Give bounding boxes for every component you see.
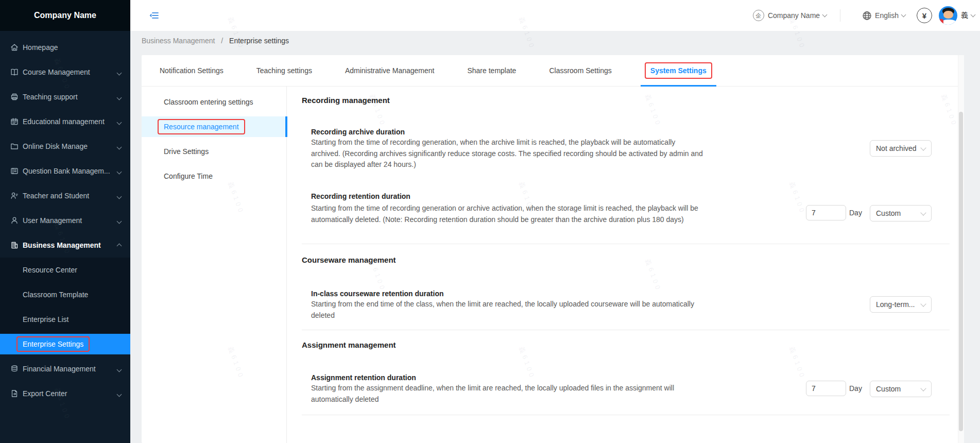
retention-unit-select[interactable]: Custom [870,205,932,222]
setting-description: Starting from the time of recording gene… [311,137,703,171]
section-heading-courseware: Courseware management [302,255,396,265]
breadcrumb-separator: / [221,37,223,45]
user-icon [10,216,19,225]
printer-icon [10,92,19,101]
assignment-unit-select[interactable]: Custom [870,381,932,397]
avatar[interactable] [939,6,957,25]
sidebar-item-online-disk-manage[interactable]: Online Disk Manage [0,134,130,159]
breadcrumb-current: Enterprise settings [229,37,289,45]
tab-administrative-management[interactable]: Administrative Management [345,55,435,86]
language-label: English [875,11,899,20]
chevron-down-icon [117,93,121,101]
company-switcher[interactable]: 企 Company Name [753,10,827,21]
globe-icon [862,11,872,21]
tab-classroom-settings[interactable]: Classroom Settings [549,55,611,86]
sidebar-item-label: Enterprise List [23,315,68,323]
sidebar-item-educational-management[interactable]: Educational management [0,109,130,134]
retention-days-input[interactable] [806,205,846,220]
subnav-drive-settings[interactable]: Drive Settings [142,141,287,162]
sidebar-item-label: Classroom Template [23,291,88,299]
sidebar-item-teaching-support[interactable]: Teaching support [0,84,130,109]
calendar-icon [10,117,19,126]
sidebar-item-teacher-and-student[interactable]: Teacher and Student [0,183,130,208]
folder-icon [10,142,19,151]
subnav-resource-management[interactable]: Resource management [142,116,287,137]
sidebar-item-label: Educational management [23,117,105,126]
sidebar-item-label: Export Center [23,389,67,398]
sidebar-item-resource-center[interactable]: Resource Center [0,258,130,282]
currency-icon[interactable]: ¥ [917,8,932,23]
book-icon [10,67,19,77]
business-management-submenu: Resource Center Classroom Template Enter… [0,258,130,354]
settings-panel: Recording management Recording archive d… [302,87,957,443]
tab-share-template[interactable]: Share template [467,55,516,86]
assignment-days-input[interactable] [806,381,846,396]
sidebar-item-export-center[interactable]: Export Center [0,381,130,406]
sidebar-item-course-management[interactable]: Course Management [0,60,130,84]
section-divider [302,415,950,415]
scrollbar-thumb[interactable] [959,112,963,431]
menu-fold-icon[interactable] [149,10,159,21]
chevron-down-icon [117,389,121,398]
sidebar-item-label: Teaching support [23,93,78,101]
chevron-down-icon [971,12,976,18]
chevron-down-icon [117,68,121,76]
chevron-down-icon [822,12,828,18]
subnav-configure-time[interactable]: Configure Time [142,166,287,186]
breadcrumb-parent[interactable]: Business Management [142,37,215,45]
chevron-down-icon [117,117,121,126]
breadcrumb: Business Management / Enterprise setting… [142,37,289,45]
sidebar-item-label-highlighted: Enterprise Settings [16,336,90,352]
sidebar-item-business-management[interactable]: Business Management [0,233,130,258]
building-icon [10,241,19,250]
user-name: 義 [961,11,968,20]
chevron-down-icon [117,167,121,175]
sidebar-company-logo: Company Name [0,0,130,31]
user-menu[interactable]: 義 [961,11,975,20]
content-card: Notification Settings Teaching settings … [142,55,964,443]
tab-notification-settings[interactable]: Notification Settings [160,55,223,86]
chevron-down-icon [117,192,121,200]
card-index-icon [10,166,19,176]
topbar: 企 Company Name English ¥ 義 [130,0,980,31]
tab-bar: Notification Settings Teaching settings … [142,55,964,87]
chevron-down-icon [117,142,121,150]
enterprise-icon: 企 [753,10,764,21]
sidebar-item-question-bank-management[interactable]: Question Bank Managem... [0,159,130,183]
sidebar-item-label: Course Management [23,68,90,76]
person-check-icon [10,191,19,200]
setting-title-courseware-retention: In-class courseware retention duration [311,288,444,299]
setting-title-archive-duration: Recording archive duration [311,127,405,137]
company-switcher-label: Company Name [768,11,820,20]
courseware-duration-select[interactable]: Long-term... [870,296,932,313]
setting-title-retention-duration: Recording retention duration [311,191,410,201]
section-heading-assignment: Assignment management [302,340,396,350]
retention-unit-label: Day [849,205,862,220]
sidebar-item-enterprise-list[interactable]: Enterprise List [0,307,130,332]
tab-system-settings[interactable]: System Settings [645,55,712,86]
sidebar-item-label: Financial Management [23,365,96,373]
home-icon [10,43,19,52]
sidebar-item-label: Question Bank Managem... [23,167,110,175]
sidebar-item-label: Homepage [23,43,58,52]
tab-teaching-settings[interactable]: Teaching settings [256,55,312,86]
chevron-down-icon [117,365,121,373]
export-document-icon [10,389,19,398]
chevron-down-icon [920,301,926,306]
sidebar-item-homepage[interactable]: Homepage [0,35,130,60]
sidebar-item-financial-management[interactable]: Financial Management [0,356,130,381]
chevron-down-icon [920,385,926,391]
archive-duration-select[interactable]: Not archived [870,140,932,157]
sidebar-item-classroom-template[interactable]: Classroom Template [0,282,130,307]
chevron-down-icon [920,210,926,215]
sidebar-item-label: Business Management [23,241,101,249]
sidebar-item-enterprise-settings[interactable]: Enterprise Settings [0,334,130,354]
subnav-classroom-entering-settings[interactable]: Classroom entering settings [142,92,287,112]
language-selector[interactable]: English [862,11,905,21]
sidebar-item-user-management[interactable]: User Management [0,208,130,233]
sidebar-company-name: Company Name [34,11,96,20]
sidebar-item-label: Online Disk Manage [23,142,88,150]
chevron-down-icon [920,145,926,150]
scrollbar-track[interactable] [958,55,964,443]
coins-icon [10,364,19,373]
